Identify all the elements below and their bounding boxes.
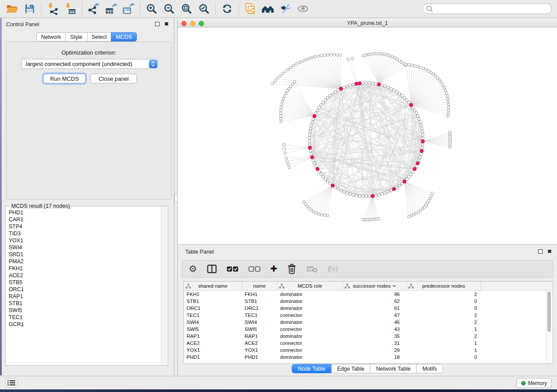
table-cell: 47 [343,313,407,318]
mcds-result-box: PHD1CAR1STP4TID3YOX1SWI4SRD1PMA2FKH1ACE2… [5,206,168,366]
table-row[interactable]: PHD1PHD1dominator180 [184,354,553,361]
window-minimize-icon[interactable] [190,21,195,26]
memory-button[interactable]: Memory [516,378,552,388]
table-cell: 35 [343,334,407,339]
splitter-handle-icon[interactable] [174,194,178,203]
houses-icon [261,3,274,14]
tab-style[interactable]: Style [66,32,87,41]
table-row[interactable]: SWI4SWI4dominator462 [184,319,553,326]
table-row[interactable]: RAP1RAP1dominator352 [184,333,553,340]
mcds-result-node[interactable]: SRD1 [9,251,161,258]
task-history-button[interactable] [5,378,17,388]
table-row[interactable]: STB1STB1dominator620 [184,298,553,305]
zoom-out-button[interactable] [160,1,178,16]
result-scrollbar[interactable] [161,207,167,365]
mcds-result-node[interactable]: RAP1 [9,293,161,300]
table-cell: SWI5 [184,327,242,332]
close-panel-button[interactable]: Close panel [90,74,137,83]
save-session-button[interactable] [21,1,38,16]
node-table: shared namenameMCDS rolesuccessor nodesp… [183,281,553,364]
table-settings-icon[interactable]: ⚙ [189,265,197,273]
table-tab-network-table[interactable]: Network Table [370,364,417,373]
table-row[interactable]: YOX1YOX1connector291 [184,347,553,354]
mcds-result-node[interactable]: SWI4 [9,244,161,251]
column-header-successor-nodes[interactable]: successor nodes [343,282,407,290]
add-row-icon[interactable]: ✚ [270,265,277,273]
search-input[interactable] [433,5,551,12]
mcds-result-node[interactable]: CAR1 [9,216,161,223]
delete-row-trash-icon[interactable] [287,264,296,274]
apply-function-icon[interactable]: f(x) [328,265,338,273]
open-file-button[interactable] [3,1,21,16]
panel-splitter[interactable] [174,18,178,375]
refresh-button[interactable] [218,1,236,16]
import-network-button[interactable] [44,1,62,16]
toolbar-separator [239,3,239,15]
mcds-result-node[interactable]: YOX1 [9,237,161,244]
network-canvas[interactable] [178,28,557,244]
column-header-predecessor-nodes[interactable]: predecessor nodes [407,282,481,290]
mcds-result-node[interactable]: TEC1 [9,314,161,321]
run-mcds-button[interactable]: Run MCDS [43,74,86,83]
float-table-panel-icon[interactable] [538,249,543,254]
mcds-result-node[interactable]: ORC1 [9,286,161,293]
table-scrollbar[interactable] [546,291,552,363]
table-cell: 0 [407,354,481,360]
close-table-panel-icon[interactable]: ✖ [547,249,552,254]
table-scrollbar-thumb[interactable] [547,292,551,332]
table-row[interactable]: SWI5SWI5connector431 [184,326,553,333]
show-all-button[interactable] [294,1,311,16]
table-cell: ORC1 [242,306,277,311]
table-tab-motifs[interactable]: Motifs [416,364,443,373]
mcds-result-node[interactable]: ACE2 [9,272,161,279]
mcds-result-node[interactable]: PHD1 [9,209,161,216]
mcds-result-node[interactable]: STB1 [9,300,161,307]
table-row[interactable]: ORC1ORC1dominator610 [184,305,553,312]
table-tab-node-table[interactable]: Node Table [292,364,332,373]
export-image-button[interactable] [120,1,137,16]
table-cell: ACE2 [242,340,277,346]
zoom-fit-button[interactable] [178,1,195,16]
mcds-result-node[interactable]: SWI5 [9,307,161,314]
float-panel-icon[interactable] [155,22,159,26]
save-icon [24,3,35,14]
table-cell: 1 [407,340,481,346]
window-maximize-icon[interactable] [199,21,204,26]
table-row[interactable]: ACE2ACE2connector311 [184,340,553,347]
select-all-icon[interactable] [227,266,239,272]
optimization-criterion-dropdown[interactable]: largest connected component (undirected) [21,59,158,69]
mcds-result-node[interactable]: STB5 [9,279,161,286]
network-window-titlebar[interactable]: YPA_prune.txt_1 [178,19,557,28]
mcds-result-node[interactable]: GCR1 [9,321,161,328]
tab-mcds[interactable]: MCDS [111,32,137,41]
tab-select[interactable]: Select [87,32,112,41]
table-row[interactable]: FKH1FKH1dominator962 [184,291,553,298]
home-networks-button[interactable] [259,1,277,16]
import-table-button[interactable] [62,1,79,16]
mcds-result-node[interactable]: FKH1 [9,265,161,272]
window-close-icon[interactable] [181,21,187,26]
mcds-result-node[interactable]: STP4 [9,223,161,230]
export-table-button[interactable] [102,1,120,16]
hide-selected-button[interactable] [277,1,294,16]
table-cell: 43 [343,327,407,332]
column-header-MCDS-role[interactable]: MCDS role [277,282,343,290]
mcds-result-node[interactable]: PMA2 [9,258,161,265]
attribute-type-icon [408,284,414,289]
zoom-selected-button[interactable] [195,1,213,16]
show-columns-icon[interactable] [207,265,217,273]
close-panel-icon[interactable]: ✖ [164,22,169,26]
column-header-shared-name[interactable]: shared name [184,282,242,290]
duplicate-network-button[interactable] [242,1,259,16]
refresh-icon [221,3,233,14]
column-header-name[interactable]: name [242,282,277,290]
mcds-result-node[interactable]: TID3 [9,230,161,237]
deselect-all-icon[interactable] [249,266,260,272]
tab-network[interactable]: Network [36,32,66,41]
zoom-in-button[interactable] [143,1,160,16]
delete-table-icon[interactable] [306,265,318,273]
search-box[interactable] [422,3,552,14]
export-network-button[interactable] [85,1,102,16]
table-row[interactable]: TEC1TEC1connector472 [184,312,553,319]
table-tab-edge-table[interactable]: Edge Table [331,364,370,373]
